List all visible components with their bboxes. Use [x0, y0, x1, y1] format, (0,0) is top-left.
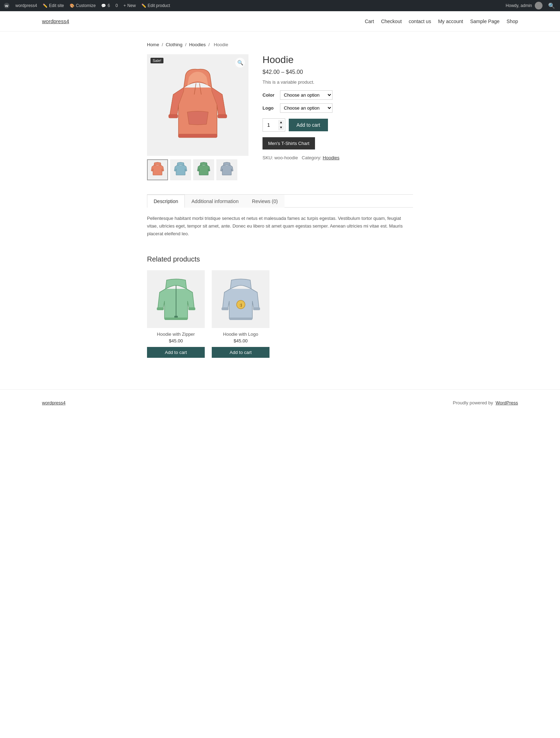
- hoodie-logo-svg: :): [222, 277, 260, 322]
- svg-rect-11: [164, 318, 188, 320]
- nav-checkout[interactable]: Checkout: [381, 19, 402, 24]
- tabs-header: Description Additional information Revie…: [147, 195, 413, 208]
- tab-additional-info[interactable]: Additional information: [185, 195, 245, 208]
- admin-bar-comments-zero[interactable]: 0: [115, 3, 118, 8]
- cart-row: 1 ▲ ▼ Add to cart: [262, 118, 413, 132]
- related-product-1-price: $45.00: [147, 338, 205, 343]
- thumbnail-4[interactable]: [216, 159, 237, 180]
- breadcrumb-hoodies[interactable]: Hoodies: [189, 42, 206, 47]
- product-details: Hoodie $42.00 – $45.00 This is a variabl…: [262, 54, 413, 180]
- svg-rect-5: [218, 114, 227, 118]
- category-link[interactable]: Hoodies: [323, 155, 340, 160]
- admin-bar-new[interactable]: + New: [124, 3, 136, 8]
- tabs-section: Description Additional information Revie…: [147, 194, 413, 248]
- related-product-2-price: $45.00: [212, 338, 270, 343]
- related-product-1-name: Hoodie with Zipper: [147, 332, 205, 337]
- thumbnail-row: [147, 159, 248, 180]
- related-products-title: Related products: [147, 255, 413, 263]
- nav-contact[interactable]: contact us: [409, 19, 431, 24]
- quantity-input[interactable]: 1: [264, 122, 278, 128]
- hoodie-zipper-svg: [157, 277, 195, 322]
- product-title: Hoodie: [262, 54, 413, 65]
- related-product-1: Hoodie with Zipper $45.00 Add to cart: [147, 270, 205, 358]
- svg-text:W: W: [5, 4, 8, 8]
- related-products: Related products Hoodie with: [147, 248, 413, 358]
- quantity-down-button[interactable]: ▼: [278, 125, 284, 130]
- color-label: Color: [262, 92, 276, 98]
- admin-bar-edit-product[interactable]: ✏️ Edit product: [141, 3, 170, 8]
- nav-sample-page[interactable]: Sample Page: [470, 19, 499, 24]
- nav-shop[interactable]: Shop: [506, 19, 518, 24]
- related-products-grid: Hoodie with Zipper $45.00 Add to cart :): [147, 270, 413, 358]
- related-product-2-add-to-cart[interactable]: Add to cart: [212, 347, 270, 358]
- tab-content-description: Pellentesque habitant morbi tristique se…: [147, 215, 413, 248]
- product-section: Sale! 🔍: [147, 54, 413, 180]
- related-product-1-image[interactable]: [147, 270, 205, 328]
- admin-bar-customize[interactable]: 🎨 Customize: [70, 3, 96, 8]
- breadcrumb-home[interactable]: Home: [147, 42, 159, 47]
- main-product-image: Sale! 🔍: [147, 54, 248, 156]
- wp-logo-admin[interactable]: W: [4, 2, 10, 9]
- admin-bar-site-name[interactable]: wordpress4: [15, 3, 37, 8]
- nav-cart[interactable]: Cart: [365, 19, 374, 24]
- quantity-wrapper: 1 ▲ ▼: [262, 118, 285, 132]
- color-variation-row: Color Choose an option Red Blue Green Gr…: [262, 90, 413, 100]
- logo-variation-row: Logo Choose an option Yes No: [262, 103, 413, 113]
- svg-text::): :): [239, 303, 242, 307]
- admin-bar-howdy[interactable]: Howdy, admin: [506, 2, 542, 9]
- tshirt-chart-button[interactable]: Men's T-Shirts Chart: [262, 137, 315, 149]
- quantity-spinner: ▲ ▼: [278, 120, 284, 130]
- thumbnail-1[interactable]: [147, 159, 168, 180]
- site-logo[interactable]: wordpress4: [42, 18, 69, 24]
- nav-my-account[interactable]: My account: [438, 19, 463, 24]
- product-images: Sale! 🔍: [147, 54, 248, 180]
- breadcrumb: Home / Clothing / Hoodies / Hoodie: [147, 42, 413, 47]
- breadcrumb-current: Hoodie: [214, 42, 228, 47]
- svg-rect-10: [188, 307, 195, 310]
- product-meta: SKU: woo-hoodie Category: Hoodies: [262, 155, 413, 160]
- logo-label: Logo: [262, 105, 276, 111]
- logo-select[interactable]: Choose an option Yes No: [280, 103, 332, 113]
- color-select[interactable]: Choose an option Red Blue Green Gray: [280, 90, 332, 100]
- related-product-2-image[interactable]: :): [212, 270, 270, 328]
- product-description: This is a variable product.: [262, 79, 413, 85]
- svg-rect-14: [222, 307, 229, 310]
- admin-bar-edit-site[interactable]: ✏️ Edit site: [43, 3, 64, 8]
- product-price: $42.00 – $45.00: [262, 69, 413, 75]
- site-header: wordpress4 Cart Checkout contact us My a…: [0, 11, 560, 32]
- footer-powered: Proudly powered by WordPress: [453, 400, 518, 405]
- tab-description[interactable]: Description: [147, 195, 185, 208]
- thumbnail-2[interactable]: [170, 159, 191, 180]
- svg-rect-6: [178, 134, 217, 138]
- svg-rect-9: [157, 307, 164, 310]
- add-to-cart-button[interactable]: Add to cart: [289, 119, 328, 131]
- svg-rect-4: [169, 114, 178, 118]
- site-logo-link[interactable]: wordpress4: [42, 18, 69, 24]
- sku-label: SKU:: [262, 155, 273, 160]
- main-content: Home / Clothing / Hoodies / Hoodie Sale!…: [140, 32, 420, 368]
- svg-rect-16: [229, 318, 252, 320]
- related-product-1-add-to-cart[interactable]: Add to cart: [147, 347, 205, 358]
- footer-logo[interactable]: wordpress4: [42, 400, 65, 405]
- category-label: Category:: [302, 155, 321, 160]
- related-product-2-name: Hoodie with Logo: [212, 332, 270, 337]
- hoodie-main-svg: [166, 67, 229, 144]
- main-navigation: Cart Checkout contact us My account Samp…: [365, 19, 518, 24]
- tab-reviews[interactable]: Reviews (0): [245, 195, 285, 208]
- svg-rect-15: [253, 307, 260, 310]
- related-product-2: :) Hoodie with Logo $45.00 Add to cart: [212, 270, 270, 358]
- breadcrumb-clothing[interactable]: Clothing: [166, 42, 183, 47]
- sku-value: woo-hoodie: [274, 155, 298, 160]
- thumbnail-3[interactable]: [193, 159, 214, 180]
- zoom-button[interactable]: 🔍: [235, 58, 245, 68]
- admin-bar-comments[interactable]: 💬 6: [101, 3, 110, 8]
- site-footer: wordpress4 Proudly powered by WordPress: [0, 389, 560, 416]
- sale-badge: Sale!: [150, 58, 163, 63]
- admin-bar-search-button[interactable]: 🔍: [547, 2, 556, 9]
- admin-bar: W wordpress4 ✏️ Edit site 🎨 Customize 💬 …: [0, 0, 560, 11]
- footer-wordpress-link[interactable]: WordPress: [496, 400, 518, 405]
- quantity-up-button[interactable]: ▲: [278, 120, 284, 125]
- admin-bar-right: Howdy, admin 🔍: [506, 2, 556, 9]
